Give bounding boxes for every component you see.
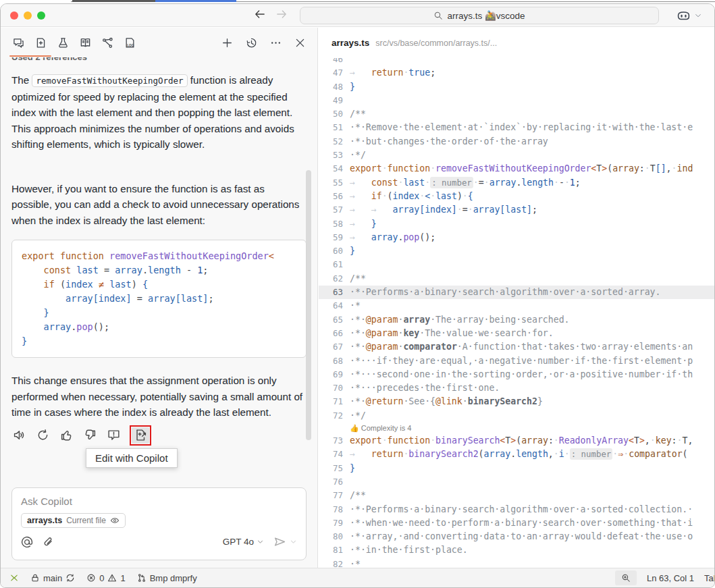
window-close-button[interactable] [10, 11, 18, 20]
zoom-button[interactable] [615, 570, 637, 585]
code-line-47[interactable]: 47→ return·true; [319, 66, 714, 80]
line-number: 71 [319, 395, 343, 408]
line-number: 70 [319, 381, 343, 395]
line-number: 75 [319, 462, 343, 475]
code-line-72[interactable]: 72·*/ [319, 409, 714, 423]
code-line-65[interactable]: 65·*·@param·array·The·array·being·search… [319, 313, 714, 327]
used-references-toggle[interactable]: Used 2 references [11, 57, 307, 63]
edit-session-icon[interactable] [32, 34, 49, 51]
line-number: 61 [319, 258, 343, 271]
code-line-55[interactable]: 55→ const·last·: number·=·array.length·-… [319, 176, 714, 190]
edit-with-copilot-button[interactable] [132, 427, 149, 444]
navigate-forward-button[interactable] [273, 7, 290, 24]
beaker-icon[interactable] [55, 34, 71, 51]
line-number: 59 [319, 231, 343, 244]
problems-indicator[interactable]: 0 1 [86, 573, 125, 583]
chat-code-line: array[index] = array[last]; [22, 292, 296, 306]
cursor-position[interactable]: Ln 63, Col 1 [647, 573, 694, 583]
pull-request-indicator[interactable]: Bmp dmprfy [137, 573, 197, 583]
warning-count: 1 [120, 573, 125, 583]
code-line-77[interactable]: 77/** [319, 489, 714, 502]
copilot-menu-button[interactable] [677, 7, 702, 24]
code-line-59[interactable]: 59→ array.pop(); [319, 231, 714, 244]
window-minimize-button[interactable] [24, 11, 32, 20]
code-line-64[interactable]: 64·* [319, 299, 714, 313]
model-picker[interactable]: GPT 4o [223, 537, 264, 547]
code-line-52[interactable]: 52·*·but·changes·the·order·of·the·array [319, 135, 714, 149]
code-editor[interactable]: 4647→ return·true;48}4950/**51·*·Remove·… [319, 58, 714, 568]
line-number: 79 [319, 516, 343, 530]
code-line-57[interactable]: 57→ → array[index]·=·array[last]; [319, 203, 714, 217]
remote-indicator[interactable] [9, 573, 19, 583]
chat-view-icon[interactable] [10, 34, 26, 51]
code-line-73[interactable]: 73export·function·binarySearch<T>(array:… [319, 434, 714, 448]
docs-book-icon[interactable] [77, 34, 93, 51]
editor-filename[interactable]: arrays.ts [332, 38, 369, 48]
code-line-71[interactable]: 71·*·@return·See·{@link·binarySearch2} [319, 395, 714, 408]
more-actions-button[interactable] [267, 34, 284, 51]
code-line-48[interactable]: 48} [319, 80, 714, 94]
thumbs-down-button[interactable] [82, 428, 97, 443]
code-line-51[interactable]: 51·*·Remove·the·element·at·`index`·by·re… [319, 121, 714, 134]
code-line-74[interactable]: 74→ return·binarySearch2(array.length,·i… [319, 448, 714, 461]
context-file-chip[interactable]: arrays.ts Current file [21, 513, 126, 528]
error-count: 0 [99, 573, 104, 583]
line-number: 51 [319, 121, 343, 134]
line-number: 81 [319, 543, 343, 557]
codelens-complexity[interactable]: 👍 Complexity is 4 [319, 423, 714, 434]
code-line-76[interactable]: 76 [319, 475, 714, 489]
indentation-setting[interactable]: Tab [704, 573, 715, 583]
command-center-search[interactable]: arrays.ts 🚵vscode [300, 7, 659, 24]
line-number: 82 [319, 558, 343, 568]
line-number: 54 [319, 162, 343, 176]
chat-input-box[interactable]: Ask Copilot arrays.ts Current file GPT 4… [11, 487, 307, 560]
code-line-49[interactable]: 49 [319, 94, 714, 107]
close-panel-button[interactable] [292, 34, 308, 51]
editor-breadcrumb-path[interactable]: src/vs/base/common/arrays.ts/... [375, 38, 497, 48]
code-line-70[interactable]: 70·*···precedes·the·first·one. [319, 381, 714, 395]
code-line-61[interactable]: 61 [319, 258, 714, 271]
code-line-66[interactable]: 66·*·@param·key·The·value·we·search·for. [319, 327, 714, 340]
code-line-69[interactable]: 69·*···second·one·in·the·sorting·order,·… [319, 368, 714, 381]
code-line-63[interactable]: 63·*·Performs·a·binary·search·algorithm·… [319, 286, 714, 299]
line-number: 58 [319, 217, 343, 231]
editor-breadcrumb-bar: arrays.ts src/vs/base/common/arrays.ts/.… [319, 28, 714, 58]
code-line-82[interactable]: 82·* [319, 558, 714, 568]
window-zoom-button[interactable] [37, 11, 45, 20]
chat-code-block[interactable]: export function removeFastWithoutKeeping… [11, 240, 307, 358]
line-number: 47 [319, 66, 343, 80]
thumbs-up-button[interactable] [59, 428, 74, 443]
branch-indicator[interactable]: main [30, 573, 75, 583]
mention-button[interactable] [21, 536, 33, 548]
code-line-62[interactable]: 62/** [319, 272, 714, 286]
read-aloud-button[interactable] [11, 428, 26, 443]
search-text: arrays.ts 🚵vscode [447, 10, 525, 21]
code-line-46[interactable]: 46 [319, 58, 714, 66]
flow-icon[interactable] [99, 34, 115, 51]
chat-scrollbar[interactable] [306, 170, 311, 440]
code-line-67[interactable]: 67·*·@param·comparator·A·function·that·t… [319, 340, 714, 354]
code-line-60[interactable]: 60} [319, 244, 714, 258]
code-line-78[interactable]: 78·*·Performs·a·binary·search·algorithm·… [319, 503, 714, 516]
code-line-50[interactable]: 50/** [319, 107, 714, 121]
code-line-75[interactable]: 75} [319, 462, 714, 475]
regenerate-button[interactable] [35, 428, 50, 443]
attach-context-button[interactable] [43, 536, 55, 548]
send-button[interactable] [273, 535, 297, 548]
code-line-56[interactable]: 56→ if·(index·<·last)·{ [319, 190, 714, 203]
send-icon [273, 535, 286, 548]
code-line-79[interactable]: 79·*·when·we·need·to·perform·a·binary·se… [319, 516, 714, 530]
vscode-window: arrays.ts 🚵vscode LOG Used 2 references … [0, 3, 715, 588]
new-chat-button[interactable] [219, 34, 235, 51]
output-log-icon[interactable]: LOG [122, 34, 138, 51]
code-line-80[interactable]: 80·*·array,·and·converting·data·to·an·ar… [319, 530, 714, 543]
code-line-68[interactable]: 68·*···if·they·are·equal,·a·negative·num… [319, 354, 714, 368]
code-line-81[interactable]: 81·*·in·the·first·place. [319, 543, 714, 557]
report-issue-button[interactable] [106, 428, 121, 443]
history-button[interactable] [243, 34, 259, 51]
navigate-back-button[interactable] [252, 7, 268, 24]
code-line-54[interactable]: 54export·function·removeFastWithoutKeepi… [319, 162, 714, 176]
code-line-58[interactable]: 58→ } [319, 217, 714, 231]
code-line-53[interactable]: 53·*/ [319, 149, 714, 162]
line-number: 52 [319, 135, 343, 149]
